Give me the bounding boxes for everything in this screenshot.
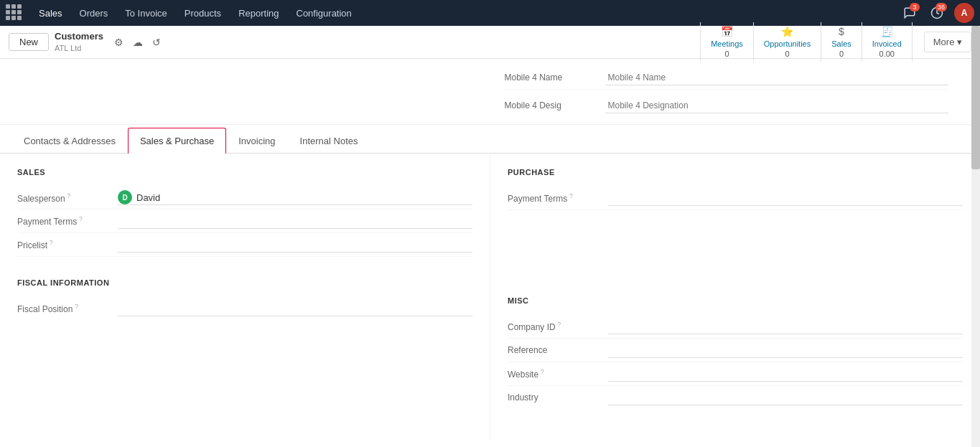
pricelist-label: Pricelist ?	[17, 239, 118, 250]
salesperson-input-row[interactable]: D David	[118, 190, 472, 205]
industry-field: Industry	[508, 386, 963, 409]
dollar-icon: $	[839, 25, 844, 38]
right-column: PURCHASE Payment Terms ? MISC Company ID…	[490, 154, 980, 441]
fiscal-position-label: Fiscal Position ?	[17, 303, 118, 314]
form-body: SALES Salesperson ? D David Payment Term…	[0, 154, 980, 441]
star-icon: ⭐	[781, 25, 793, 38]
sales-payment-terms-field: Payment Terms ?	[17, 210, 472, 233]
tabs-bar: Contacts & Addresses Sales & Purchase In…	[0, 128, 980, 154]
sales-section-title: SALES	[17, 168, 472, 177]
website-field: Website ?	[508, 362, 963, 386]
help-icon-fiscal[interactable]: ?	[73, 303, 78, 310]
purchase-payment-terms-input[interactable]	[608, 190, 963, 206]
mobile4name-field: Mobile 4 Name	[505, 66, 949, 90]
invoiced-button[interactable]: 🧾 Invoiced 0.00	[862, 22, 913, 62]
help-icon-salesperson[interactable]: ?	[65, 192, 71, 199]
left-column: SALES Salesperson ? D David Payment Term…	[0, 154, 490, 441]
more-button[interactable]: More ▾	[924, 32, 971, 52]
sales-button[interactable]: $ Sales 0	[821, 22, 862, 62]
mobile4name-input[interactable]	[605, 70, 949, 85]
breadcrumb-title: Customers	[55, 31, 103, 43]
reference-input[interactable]	[608, 342, 963, 358]
sales-payment-terms-label: Payment Terms ?	[17, 215, 118, 227]
help-icon-website[interactable]: ?	[538, 368, 544, 375]
misc-section-title: MISC	[508, 296, 963, 305]
clock-icon-btn[interactable]: 36	[927, 3, 947, 23]
new-button[interactable]: New	[9, 33, 49, 51]
help-icon-company-id[interactable]: ?	[556, 321, 561, 328]
opportunities-button[interactable]: ⭐ Opportunities 0	[754, 22, 821, 62]
calendar-icon: 📅	[721, 25, 733, 38]
chat-badge: 3	[910, 3, 920, 11]
industry-input[interactable]	[608, 390, 963, 405]
nav-products[interactable]: Products	[177, 5, 228, 22]
salesperson-label: Salesperson ?	[17, 192, 118, 204]
top-fields-section: Mobile 4 Name Mobile 4 Desig	[0, 59, 980, 125]
meetings-button[interactable]: 📅 Meetings 0	[700, 22, 754, 62]
cloud-icon[interactable]: ☁	[131, 35, 145, 50]
tab-invoicing[interactable]: Invoicing	[226, 128, 287, 154]
app-grid-icon[interactable]	[6, 4, 23, 22]
sales-payment-terms-input[interactable]	[118, 213, 472, 229]
breadcrumb-sub: ATL Ltd	[55, 43, 103, 53]
salesperson-avatar: D	[118, 190, 132, 204]
mobile4desig-field: Mobile 4 Desig	[505, 94, 949, 117]
fiscal-section-title: FISCAL INFORMATION	[17, 278, 472, 287]
pricelist-input[interactable]	[118, 237, 472, 253]
nav-right: 3 36 A	[900, 3, 974, 23]
invoice-icon: 🧾	[881, 25, 893, 38]
website-input[interactable]	[608, 366, 963, 382]
company-id-label: Company ID ?	[508, 321, 608, 332]
salesperson-field: Salesperson ? D David	[17, 187, 472, 210]
tab-internal-notes[interactable]: Internal Notes	[288, 128, 370, 154]
mobile4desig-input[interactable]	[605, 98, 949, 113]
record-actions: ⚙ ☁ ↺	[112, 35, 164, 50]
reference-field: Reference	[508, 339, 963, 362]
purchase-payment-terms-field: Payment Terms ?	[508, 187, 963, 210]
nav-to-invoice[interactable]: To Invoice	[118, 5, 174, 22]
fiscal-position-field: Fiscal Position ?	[17, 297, 472, 320]
help-icon-payment[interactable]: ?	[77, 215, 83, 222]
fiscal-position-input[interactable]	[118, 301, 472, 316]
help-icon-pricelist[interactable]: ?	[47, 239, 53, 246]
nav-configuration[interactable]: Configuration	[289, 5, 359, 22]
company-id-field: Company ID ?	[508, 315, 963, 339]
salesperson-value: David	[136, 192, 160, 203]
company-id-input[interactable]	[608, 319, 963, 334]
sub-toolbar: New Customers ATL Ltd ⚙ ☁ ↺ 📅 Meetings 0…	[0, 26, 980, 59]
action-buttons: 📅 Meetings 0 ⭐ Opportunities 0 $ Sales 0…	[700, 22, 913, 62]
mobile4desig-label: Mobile 4 Desig	[505, 100, 605, 110]
purchase-section-title: PURCHASE	[508, 168, 963, 177]
reference-label: Reference	[508, 345, 608, 355]
nav-reporting[interactable]: Reporting	[231, 5, 286, 22]
clock-badge: 36	[935, 3, 947, 11]
help-icon-purchase-payment[interactable]: ?	[567, 192, 573, 199]
website-label: Website ?	[508, 368, 608, 380]
purchase-payment-terms-label: Payment Terms ?	[508, 192, 608, 204]
user-avatar[interactable]: A	[954, 3, 974, 23]
mobile4name-label: Mobile 4 Name	[505, 72, 605, 83]
settings-icon[interactable]: ⚙	[112, 35, 126, 50]
industry-label: Industry	[508, 392, 608, 403]
chat-icon-btn[interactable]: 3	[900, 3, 920, 23]
nav-orders[interactable]: Orders	[73, 5, 116, 22]
undo-icon[interactable]: ↺	[149, 35, 164, 50]
nav-sales[interactable]: Sales	[32, 5, 70, 22]
breadcrumb: Customers ATL Ltd	[55, 31, 103, 53]
tab-contacts-addresses[interactable]: Contacts & Addresses	[11, 128, 128, 154]
pricelist-field: Pricelist ?	[17, 233, 472, 257]
tab-sales-purchase[interactable]: Sales & Purchase	[128, 128, 226, 154]
scrollbar-track[interactable]	[971, 26, 980, 441]
scrollbar-thumb[interactable]	[971, 26, 980, 169]
